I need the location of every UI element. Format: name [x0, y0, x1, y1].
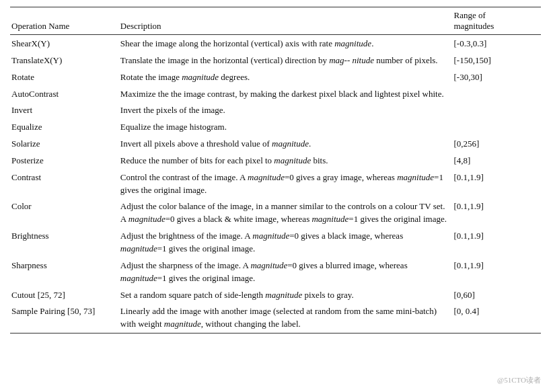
description: Shear the image along the horizontal (ve… [119, 35, 453, 52]
description: Adjust the brightness of the image. A ma… [119, 228, 453, 258]
description: Rotate the image magnitude degrees. [119, 69, 453, 86]
range: [0.1,1.9] [452, 198, 541, 228]
description: Adjust the sharpness of the image. A mag… [119, 258, 453, 287]
table-row: BrightnessAdjust the brightness of the i… [10, 228, 541, 258]
table-row: EqualizeEqualize the image histogram. [10, 119, 541, 136]
description: Control the contrast of the image. A mag… [119, 169, 453, 199]
table-row: ContrastControl the contrast of the imag… [10, 169, 541, 199]
operation-name: Cutout [25, 72] [10, 287, 119, 304]
description: Linearly add the image with another imag… [119, 303, 453, 333]
operation-name: Rotate [10, 69, 119, 86]
range: [0.1,1.9] [452, 228, 541, 258]
operation-name: Invert [10, 102, 119, 119]
description: Maximize the the image contrast, by maki… [119, 86, 453, 103]
range: [0,256] [452, 136, 541, 153]
header-operation: Operation Name [10, 7, 119, 35]
range: [0.1,1.9] [452, 258, 541, 287]
operation-name: Sample Pairing [50, 73] [10, 303, 119, 333]
operation-name: AutoContrast [10, 86, 119, 103]
range [452, 102, 541, 119]
range: [0, 0.4] [452, 303, 541, 333]
header-range: Range of magnitudes [452, 7, 541, 35]
range: [-150,150] [452, 52, 541, 69]
operation-name: Solarize [10, 136, 119, 153]
operation-name: Color [10, 198, 119, 228]
operation-name: Contrast [10, 169, 119, 199]
range: [4,8] [452, 153, 541, 169]
range: [0.1,1.9] [452, 169, 541, 199]
table-row: Cutout [25, 72]Set a random square patch… [10, 287, 541, 304]
table-row: ShearX(Y)Shear the image along the horiz… [10, 35, 541, 52]
table-row: TranslateX(Y)Translate the image in the … [10, 52, 541, 69]
range: [-0.3,0.3] [452, 35, 541, 52]
description: Adjust the color balance of the image, i… [119, 198, 453, 228]
operation-name: TranslateX(Y) [10, 52, 119, 69]
operation-name: Sharpness [10, 258, 119, 287]
description: Equalize the image histogram. [119, 119, 453, 136]
operation-name: Equalize [10, 119, 119, 136]
table-row: PosterizeReduce the number of bits for e… [10, 153, 541, 169]
range [452, 86, 541, 103]
header-description: Description [119, 7, 453, 35]
description: Set a random square patch of side-length… [119, 287, 453, 304]
table-row: InvertInvert the pixels of the image. [10, 102, 541, 119]
table-row: ColorAdjust the color balance of the ima… [10, 198, 541, 228]
table-row: SolarizeInvert all pixels above a thresh… [10, 136, 541, 153]
description: Invert all pixels above a threshold valu… [119, 136, 453, 153]
table-row: AutoContrastMaximize the the image contr… [10, 86, 541, 103]
table-row: RotateRotate the image magnitude degrees… [10, 69, 541, 86]
table-row: Sample Pairing [50, 73]Linearly add the … [10, 303, 541, 333]
operation-name: Posterize [10, 153, 119, 169]
description: Reduce the number of bits for each pixel… [119, 153, 453, 169]
operation-name: ShearX(Y) [10, 35, 119, 52]
description: Translate the image in the horizontal (v… [119, 52, 453, 69]
table-row: SharpnessAdjust the sharpness of the ima… [10, 258, 541, 287]
description: Invert the pixels of the image. [119, 102, 453, 119]
watermark: @51CTO读者 [497, 375, 541, 385]
operation-name: Brightness [10, 228, 119, 258]
range: [0,60] [452, 287, 541, 304]
range: [-30,30] [452, 69, 541, 86]
range [452, 119, 541, 136]
